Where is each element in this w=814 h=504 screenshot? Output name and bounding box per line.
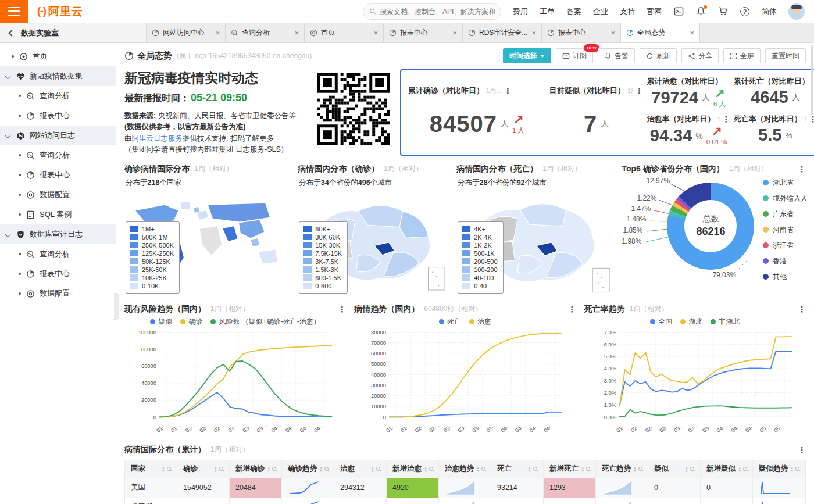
col-confirmed[interactable]: 确诊▲▼: [177, 460, 230, 478]
kebab-menu-icon[interactable]: ⋮: [722, 115, 730, 124]
stat-total-confirmed: 累计确诊（对比昨日）1周...⋮ 84507人 ↗1 人: [408, 76, 546, 150]
svg-text:50000: 50000: [371, 360, 386, 367]
nav-tickets[interactable]: 工单: [540, 6, 555, 17]
disease-trend-chart[interactable]: 0100002000030000400005000060000700008000…: [354, 327, 576, 439]
reset-time-button[interactable]: 重置时间: [765, 48, 806, 63]
svg-text:7.0%: 7.0%: [604, 328, 616, 335]
refresh-button[interactable]: 刷新: [640, 48, 677, 63]
svg-text:05-..: 05-..: [758, 421, 770, 434]
kebab-menu-icon[interactable]: ⋮: [504, 86, 512, 95]
sidebar-item-query-analysis[interactable]: 查询分析: [0, 244, 116, 264]
sidebar-item-query-analysis[interactable]: 查询分析: [0, 145, 116, 165]
col-cured-trend[interactable]: 治愈趋势▲▼: [439, 460, 491, 478]
sidebar-item-data-config[interactable]: 数据配置: [0, 185, 116, 205]
chevron-down-icon: [5, 231, 11, 237]
table-row[interactable]: 俄罗斯 308705 0 85392 0 2972 0 0 0: [125, 498, 805, 504]
locale-switch[interactable]: 简体: [762, 6, 777, 17]
time-picker-button[interactable]: 时间选择: [503, 48, 551, 63]
scrollbar[interactable]: [811, 45, 813, 499]
col-dead[interactable]: 死亡▲▼: [491, 460, 544, 478]
sidebar-item-query-analysis[interactable]: 查询分析: [0, 86, 116, 106]
sidebar-item-report-center[interactable]: 报表中心: [0, 264, 116, 284]
close-icon[interactable]: ×: [531, 28, 536, 37]
user-avatar[interactable]: [788, 3, 805, 20]
kebab-menu-icon[interactable]: ⋮: [798, 165, 806, 174]
tab-global-situation[interactable]: 全局态势 ×: [621, 23, 700, 42]
col-new-dead[interactable]: 新增死亡▲▼: [544, 460, 596, 478]
table-row[interactable]: 美国 1549052 20484 294312 4920 93214 1293 …: [125, 478, 805, 498]
col-new-suspected[interactable]: 新增疑似▲▼: [701, 460, 753, 478]
tab-home[interactable]: 首页 ×: [305, 23, 384, 42]
tab-report-center-1[interactable]: 报表中心 ×: [384, 23, 463, 42]
global-search[interactable]: [363, 3, 501, 20]
svg-text:3.0%: 3.0%: [604, 377, 616, 384]
kebab-menu-icon[interactable]: ⋮: [798, 305, 806, 314]
search-input[interactable]: [380, 8, 495, 16]
death-rate-chart[interactable]: 0.0%1.0%2.0%3.0%4.0%5.0%6.0%7.0%01-..02-…: [584, 327, 806, 439]
tab-report-center-2[interactable]: 报表中心 ×: [542, 23, 621, 42]
arrow-up-icon: ↗: [714, 88, 724, 101]
terminal-icon[interactable]: [673, 6, 684, 17]
kebab-menu-icon[interactable]: ⋮: [338, 305, 346, 314]
col-suspected-trend[interactable]: 疑似趋势▲▼: [753, 460, 805, 478]
col-suspected[interactable]: 疑似▲▼: [648, 460, 701, 478]
col-new-confirmed[interactable]: 新增确诊▲▼: [230, 460, 282, 478]
stats-panel: 累计确诊（对比昨日）1周...⋮ 84507人 ↗1 人 目前疑似（对比昨日）1…: [400, 69, 814, 156]
col-confirmed-trend[interactable]: 确诊趋势▲▼: [282, 460, 334, 478]
chevron-down-icon: [5, 133, 11, 138]
nav-billing[interactable]: 费用: [513, 6, 528, 17]
risk-trend-chart[interactable]: 02000040000600008000010000001-..01-..02-…: [124, 327, 346, 439]
close-icon[interactable]: ×: [452, 28, 457, 37]
fullscreen-button[interactable]: 全屏: [723, 48, 761, 63]
col-dead-trend[interactable]: 死亡趋势▲▼: [596, 460, 648, 478]
share-icon: [688, 52, 695, 60]
share-button[interactable]: 分享: [681, 48, 719, 63]
col-country[interactable]: 国家▲▼: [125, 460, 177, 478]
nav-enterprise[interactable]: 企业: [593, 6, 608, 17]
close-icon[interactable]: ×: [373, 28, 378, 37]
col-new-cured[interactable]: 新增治愈▲▼: [387, 460, 439, 478]
hamburger-menu-icon[interactable]: [0, 0, 28, 23]
sidebar-item-data-config[interactable]: 数据配置: [0, 284, 116, 303]
donut-chart[interactable]: 总数 86216 12.97% 1.22% 1.47% 1.48% 1.85% …: [622, 174, 806, 298]
subscribe-button[interactable]: 订阅 new: [556, 48, 593, 63]
svg-text:20000: 20000: [371, 392, 386, 399]
search-chart-icon: [26, 91, 35, 101]
sidebar-item-report-center[interactable]: 报表中心: [0, 165, 116, 185]
svg-text:30000: 30000: [371, 381, 386, 388]
kebab-menu-icon[interactable]: ⋮: [727, 77, 730, 86]
sidebar-group-db-audit-log[interactable]: 数据库审计日志: [0, 224, 116, 244]
sidebar-item-report-center[interactable]: 报表中心: [0, 106, 116, 126]
nav-support[interactable]: 支持: [620, 6, 635, 17]
close-icon[interactable]: ×: [610, 28, 615, 37]
panel-international-table: 病情国际分布（累计）1周（相对）⋮ 国家▲▼ 确诊▲▼ 新增确诊▲▼ 确诊趋势▲…: [116, 439, 814, 504]
kebab-menu-icon[interactable]: ⋮: [636, 86, 644, 95]
kebab-menu-icon[interactable]: ⋮: [568, 305, 576, 314]
back-chevron-icon[interactable]: [8, 30, 15, 36]
tab-site-access-center[interactable]: 网站访问中心 ×: [147, 23, 226, 42]
col-cured[interactable]: 治愈▲▼: [334, 460, 387, 478]
tab-query-analysis[interactable]: 查询分析 ×: [226, 23, 305, 42]
sidebar-item-sql-examples[interactable]: SQL 案例: [0, 205, 116, 224]
close-icon[interactable]: ×: [215, 28, 220, 37]
sidebar-group-site-access-log[interactable]: 网站访问日志: [0, 126, 116, 145]
cart-icon[interactable]: [717, 6, 728, 17]
kebab-menu-icon[interactable]: ⋮: [798, 445, 806, 455]
tab-rds-audit[interactable]: RDS审计安全... ×: [463, 23, 542, 42]
alert-button[interactable]: 告警: [598, 48, 635, 63]
close-icon[interactable]: ×: [294, 28, 299, 37]
sidebar-group-ncp-dataset[interactable]: 新冠疫情数据集: [0, 66, 116, 86]
help-icon[interactable]: ?: [740, 6, 750, 17]
sidebar-item-home[interactable]: 首页: [0, 47, 116, 66]
close-icon[interactable]: ×: [690, 28, 694, 37]
sidebar-collapse-handle[interactable]: [114, 293, 119, 320]
pie-chart-icon: [152, 29, 159, 37]
aliyun-logo[interactable]: (-) 阿里云: [37, 4, 83, 19]
notification-bell-icon[interactable]: [695, 6, 706, 17]
nav-website[interactable]: 官网: [647, 6, 662, 17]
pie-chart-icon: [468, 29, 476, 37]
nav-icp[interactable]: 备案: [566, 6, 581, 17]
svg-text:40000: 40000: [371, 371, 386, 377]
workspace-switcher[interactable]: 数据实验室: [0, 23, 147, 42]
sls-link[interactable]: 阿里云日志服务: [132, 134, 183, 142]
